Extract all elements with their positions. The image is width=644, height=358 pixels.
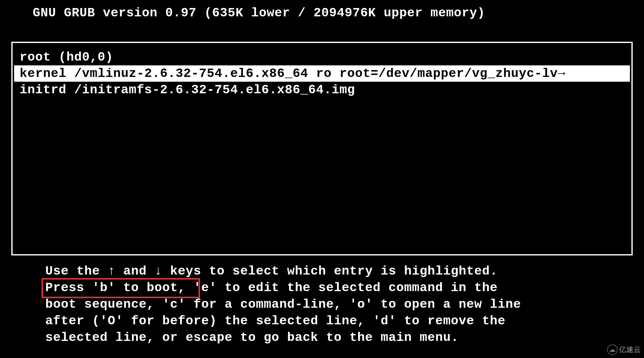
watermark-icon: ☁: [607, 344, 618, 355]
watermark-text: 亿速云: [619, 345, 641, 354]
grub-bootloader-screen: GNU GRUB version 0.97 (635K lower / 2094…: [0, 0, 644, 358]
grub-instructions: Use the ↑ and ↓ keys to select which ent…: [0, 255, 644, 346]
watermark: ☁ 亿速云: [607, 344, 641, 355]
instruction-line-4: after ('O' for before) the selected line…: [45, 313, 644, 329]
menu-line-kernel-selected[interactable]: kernel /vmlinuz-2.6.32-754.el6.x86_64 ro…: [14, 65, 630, 82]
menu-line-initrd[interactable]: initrd /initramfs-2.6.32-754.el6.x86_64.…: [13, 82, 631, 98]
instruction-line-3: boot sequence, 'c' for a command-line, '…: [45, 296, 644, 313]
grub-menu-box[interactable]: root (hd0,0) kernel /vmlinuz-2.6.32-754.…: [11, 42, 633, 255]
instruction-line-1: Use the ↑ and ↓ keys to select which ent…: [45, 263, 644, 280]
grub-header: GNU GRUB version 0.97 (635K lower / 2094…: [0, 0, 644, 22]
instruction-line-5: selected line, or escape to go back to t…: [45, 329, 644, 346]
menu-line-root[interactable]: root (hd0,0): [13, 49, 631, 65]
grub-title: GNU GRUB version 0.97 (635K lower / 2094…: [33, 6, 485, 20]
instruction-line-2: Press 'b' to boot, 'e' to edit the selec…: [45, 280, 644, 296]
